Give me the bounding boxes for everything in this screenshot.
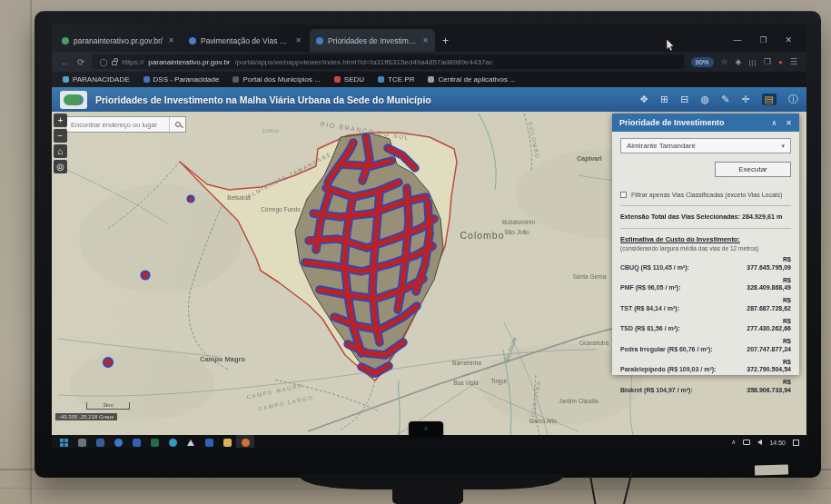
bookmark-item[interactable]: Portal dos Municípios ... (232, 75, 320, 84)
notification-center-icon[interactable] (793, 440, 799, 446)
cost-value: R$287.687.728,62 (747, 297, 791, 313)
cost-row: Blokret (R$ 104,97 / m²):R$358.906.733,9… (620, 379, 791, 395)
address-field[interactable]: ◯ https://paranainterativo.pr.gov.br/por… (92, 54, 683, 69)
search-input[interactable] (66, 121, 169, 129)
monitor-control-button[interactable] (409, 421, 443, 437)
cost-label: Pedra Irregular (R$ 60,76 / m²): (620, 346, 713, 354)
monitor-sticker (755, 464, 788, 475)
cost-label: CBUQ (R$ 110,45 / m²): (620, 264, 689, 272)
browser-tab[interactable]: paranainterativo.pr.gov.br/✕ (55, 29, 181, 52)
sidebar-icon[interactable]: ❐ (764, 57, 771, 66)
scale-bar: 3km (86, 402, 130, 410)
search-icon (175, 122, 181, 127)
recording-indicator-icon[interactable]: ● (778, 58, 783, 66)
app-icon (96, 439, 104, 447)
tab-close-button[interactable]: ✕ (168, 36, 174, 44)
search-button[interactable] (169, 117, 185, 132)
info-icon[interactable]: ⓘ (788, 94, 798, 104)
basemap-icon[interactable]: ◍ (701, 94, 710, 104)
bookmark-favicon (378, 76, 384, 83)
network-icon[interactable] (743, 440, 750, 445)
file-explorer-icon[interactable] (218, 435, 236, 448)
cost-currency: R$ (747, 338, 791, 346)
cost-row: Paralelepípedo (R$ 109,03 / m²):R$372.79… (620, 359, 791, 375)
taskbar-app-teams[interactable] (91, 435, 109, 448)
taskbar-app-word[interactable] (127, 435, 145, 448)
execute-button[interactable]: Executar (715, 162, 791, 177)
cost-amount: 287.687.728,62 (747, 305, 791, 311)
bookmark-star-icon[interactable]: ☆ (721, 57, 728, 66)
layers-icon[interactable]: ❖ (639, 94, 648, 104)
divider (620, 228, 791, 229)
panel-collapse-icon[interactable]: ∧ (771, 119, 777, 127)
bookmark-favicon (143, 76, 150, 83)
menu-icon[interactable]: ☰ (790, 57, 797, 66)
restore-button[interactable]: ❐ (759, 35, 767, 44)
cost-row: PMF (R$ 96,05 / m²):R$328.409.868,49 (620, 277, 791, 293)
zoom-in-button[interactable]: + (54, 114, 67, 127)
tab-title: paranainterativo.pr.gov.br/ (74, 36, 163, 45)
filter-checkbox-row: Filtrar apenas Vias Classificadas (excet… (620, 191, 791, 199)
cost-label: Blokret (R$ 104,97 / m²): (620, 387, 693, 395)
zoom-out-button[interactable]: − (54, 129, 67, 143)
new-tab-button[interactable]: + (442, 35, 449, 47)
taskbar-search-icon[interactable] (73, 435, 91, 448)
total-extension: Extensão Total das Vias Selecionadas: 28… (620, 212, 791, 222)
investment-priority-panel: Prioridade de Investimento ∧ ✕ Almirante… (612, 114, 799, 375)
browser-tab[interactable]: Prioridades de Investimento na✕ (310, 29, 435, 52)
app-icon (114, 439, 123, 447)
taskbar-app-browser[interactable] (163, 435, 182, 448)
library-icon[interactable]: ||| (749, 59, 757, 65)
browser-tab[interactable]: Pavimentação de Vias Urbanas✕ (183, 29, 308, 52)
page-zoom-badge[interactable]: 90% (691, 57, 714, 67)
bookmark-label: TCE PR (388, 75, 414, 84)
close-button[interactable]: ✕ (785, 35, 792, 44)
minimize-button[interactable]: — (733, 35, 741, 44)
windows-logo-icon (60, 439, 68, 447)
start-button[interactable] (54, 435, 73, 448)
firefox-icon[interactable] (236, 435, 254, 448)
cost-amount: 328.409.868,49 (747, 284, 791, 291)
bookmark-item[interactable]: DSS - Paranacidade (143, 75, 220, 84)
taskbar-app-arcgis[interactable] (182, 435, 200, 448)
cost-amount: 277.430.262,66 (747, 325, 791, 331)
taskbar-app-edge[interactable] (109, 435, 127, 448)
app-header: Prioridades de Investimento na Malha Viá… (52, 87, 806, 112)
cost-value: R$372.790.504,54 (747, 359, 791, 375)
cost-value: R$328.409.868,49 (747, 277, 791, 293)
taskbar-app-mail[interactable] (200, 435, 218, 448)
select-icon[interactable]: ✛ (741, 94, 749, 104)
app-icon (133, 439, 141, 447)
municipality-select[interactable]: Almirante Tamandaré ▾ (620, 138, 791, 153)
speaker-icon[interactable] (757, 440, 762, 445)
home-button[interactable]: ⌂ (54, 144, 67, 158)
tab-close-button[interactable]: ✕ (295, 36, 302, 44)
tracking-shield-icon[interactable]: ◯ (99, 58, 107, 66)
app-icon (151, 439, 159, 447)
reload-button[interactable]: ⟳ (77, 57, 84, 67)
locate-button[interactable]: ◎ (54, 160, 67, 173)
clock[interactable]: 14:50 (769, 440, 786, 446)
bookmark-item[interactable]: Central de aplicativos ... (428, 75, 515, 84)
back-button[interactable]: ← (61, 57, 70, 67)
geocoder-searchbox (65, 116, 186, 133)
taskbar-app-excel[interactable] (145, 435, 163, 448)
bookmark-item[interactable]: SEDU (334, 75, 364, 84)
draw-icon[interactable]: ✎ (721, 94, 729, 104)
apps-grid-icon[interactable]: ⊞ (660, 94, 668, 104)
panel-close-icon[interactable]: ✕ (786, 119, 792, 127)
tab-close-button[interactable]: ✕ (422, 36, 429, 44)
app-icon (169, 439, 177, 447)
filter-checkbox[interactable] (620, 192, 627, 198)
tab-strip: paranainterativo.pr.gov.br/✕Pavimentação… (55, 29, 435, 52)
bookmark-item[interactable]: TCE PR (378, 75, 414, 84)
hidden-icons-caret[interactable]: ∧ (731, 439, 736, 446)
bookmark-item[interactable]: PARANACIDADE (63, 75, 130, 84)
system-tray: ∧ 14:50 (731, 439, 804, 446)
legend-icon[interactable]: ▤ (762, 94, 777, 105)
print-icon[interactable]: ⊟ (680, 94, 688, 104)
cost-row: TST (R$ 84,14 / m²):R$287.687.728,62 (620, 297, 791, 313)
shield-icon[interactable]: ◈ (736, 57, 742, 66)
cost-currency: R$ (747, 359, 791, 367)
cost-label: TST (R$ 84,14 / m²): (620, 305, 679, 313)
